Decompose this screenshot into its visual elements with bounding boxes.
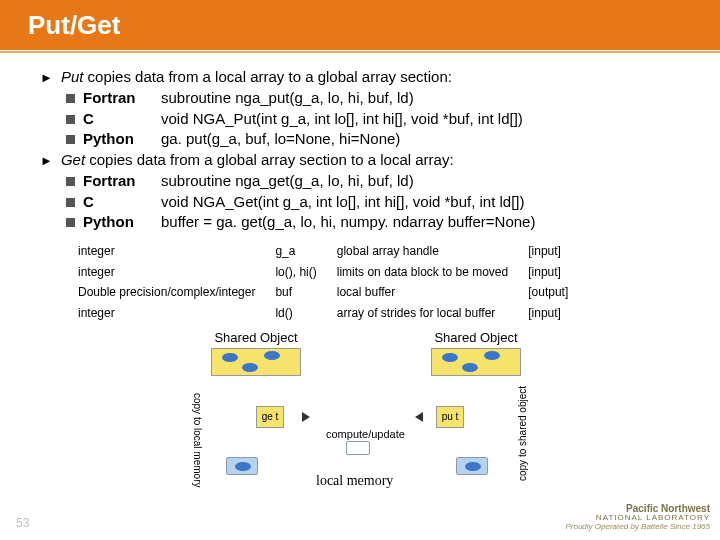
page-number: 53 (16, 516, 29, 530)
shared-label: Shared Object (176, 331, 336, 345)
params-table: integerg_aglobal array handle[input] int… (76, 241, 588, 325)
sub-bullet: Fortransubroutine nga_put(g_a, lo, hi, b… (66, 88, 692, 109)
put-box: pu t (436, 406, 464, 428)
triangle-icon: ► (40, 67, 53, 88)
sub-bullet: Cvoid NGA_Put(int g_a, int lo[], int hi[… (66, 109, 692, 130)
bullet-text: Put copies data from a local array to a … (61, 67, 452, 88)
sub-bullet: Pythonbuffer = ga. get(g_a, lo, hi, nump… (66, 212, 692, 233)
bullet-put: ► Put copies data from a local array to … (40, 67, 692, 88)
copy-local-label: copy to local memory (190, 393, 204, 487)
compute-label: compute/update (326, 427, 405, 442)
sub-bullet: Cvoid NGA_Get(int g_a, int lo[], int hi[… (66, 192, 692, 213)
triangle-icon: ► (40, 150, 53, 171)
diagram: Shared Object Shared Object copy to loca… (146, 331, 586, 491)
arrow-icon (302, 412, 310, 422)
footer: Pacific Northwest NATIONAL LABORATORY Pr… (565, 503, 710, 532)
table-row: Double precision/complex/integerbuflocal… (78, 284, 586, 303)
square-icon (66, 218, 75, 227)
shared-label: Shared Object (396, 331, 556, 345)
get-box: ge t (256, 406, 284, 428)
oval-icon (462, 363, 478, 372)
oval-icon (484, 351, 500, 360)
sub-bullet: Pythonga. put(g_a, buf, lo=None, hi=None… (66, 129, 692, 150)
oval-icon (235, 462, 251, 471)
arrow-icon (415, 412, 423, 422)
square-icon (66, 135, 75, 144)
slide-title: Put/Get (28, 10, 120, 41)
local-box (226, 457, 258, 475)
shared-left: Shared Object (176, 331, 336, 375)
square-icon (66, 177, 75, 186)
local-box (346, 441, 370, 455)
oval-icon (242, 363, 258, 372)
operated-by: Proudly Operated by Battelle Since 1965 (565, 523, 710, 532)
shared-box (211, 348, 301, 376)
oval-icon (442, 353, 458, 362)
local-memory-label: local memory (316, 471, 393, 490)
table-row: integerg_aglobal array handle[input] (78, 243, 586, 262)
table-row: integerld()array of strides for local bu… (78, 305, 586, 324)
local-box (456, 457, 488, 475)
bullet-text: Get copies data from a global array sect… (61, 150, 454, 171)
square-icon (66, 94, 75, 103)
sub-bullet: Fortransubroutine nga_get(g_a, lo, hi, b… (66, 171, 692, 192)
title-bar: Put/Get (0, 0, 720, 50)
square-icon (66, 198, 75, 207)
content-area: ► Put copies data from a local array to … (0, 53, 720, 491)
table-row: integerlo(), hi()limits on data block to… (78, 264, 586, 283)
copy-shared-label: copy to shared object (516, 386, 530, 481)
shared-box (431, 348, 521, 376)
bullet-get: ► Get copies data from a global array se… (40, 150, 692, 171)
oval-icon (264, 351, 280, 360)
square-icon (66, 115, 75, 124)
shared-right: Shared Object (396, 331, 556, 375)
oval-icon (465, 462, 481, 471)
oval-icon (222, 353, 238, 362)
